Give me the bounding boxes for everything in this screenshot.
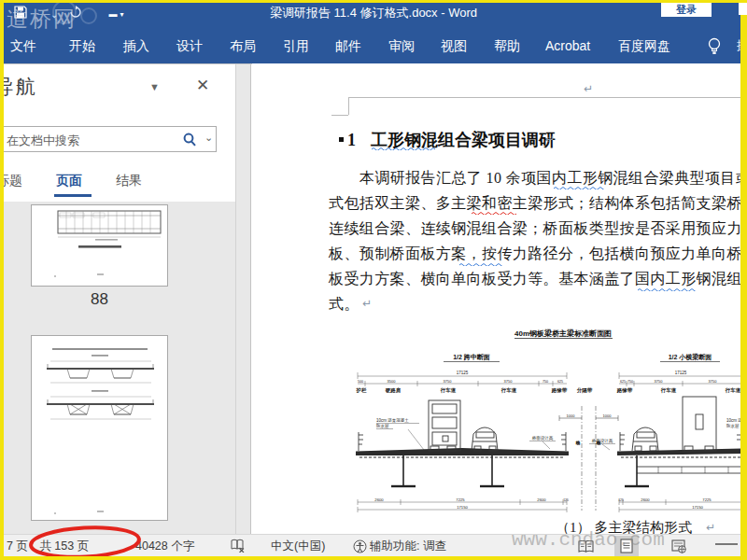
lane-label: 路缘带	[616, 387, 633, 394]
lane-label: 行车道	[660, 387, 677, 394]
center-gap-dim: 1000	[567, 413, 576, 418]
deck-slab-right	[617, 449, 742, 456]
tab-references[interactable]: 引用	[279, 28, 313, 63]
dim-label: 2600	[641, 497, 650, 502]
deck-height-label: 桥面设计高	[532, 435, 554, 441]
heading-number: 1	[347, 131, 356, 149]
web-layout-button[interactable]	[667, 536, 691, 556]
deck-slab-left	[356, 448, 569, 455]
dim-label: 3750	[444, 379, 453, 384]
paragraph-mark: ↵	[706, 521, 715, 534]
divider-label: 分隔带	[576, 387, 593, 394]
crop-border	[0, 556, 747, 560]
navigation-pane-title: 导航	[0, 74, 37, 100]
tab-acrobat[interactable]: Acrobat	[538, 28, 598, 63]
red-circle-annotation	[23, 523, 147, 560]
body-line-4: 板、预制桥面板方案，按传力路径分，包括横向预应力单向桥面板、纵	[329, 245, 747, 264]
text-boundary-corner	[348, 97, 349, 115]
navigation-pane: 导航 ▼ ✕ 在文档中搜索 ⌄ 标题 页面 结果	[0, 63, 252, 534]
heading-bullet	[339, 137, 344, 142]
car-outline	[632, 427, 658, 451]
paragraph-mark: ↵	[584, 82, 593, 95]
dim-label: 7225	[456, 497, 465, 502]
spell-squiggle-blue	[459, 262, 502, 266]
spell-squiggle-blue	[554, 186, 604, 189]
text-boundary-corner	[331, 115, 348, 116]
crop-border	[0, 0, 747, 3]
thumbnail-next-drawing	[32, 336, 167, 520]
figure-title: 40m钢板梁桥主梁标准断面图	[514, 329, 612, 338]
dim-label: 3500	[388, 379, 397, 384]
spell-squiggle-blue	[638, 287, 696, 291]
surfacing-note: 防水层	[726, 423, 740, 428]
page-thumbnail-next[interactable]	[31, 335, 168, 521]
search-icon[interactable]	[182, 132, 198, 151]
nav-close-icon[interactable]: ✕	[196, 76, 209, 95]
proofing-errors-icon[interactable]	[231, 539, 246, 555]
dim-label: 125	[618, 498, 624, 502]
dim-label: 750	[627, 380, 633, 384]
language-status[interactable]: 中文(中国)	[271, 539, 325, 554]
crop-border	[0, 0, 4, 560]
tab-review[interactable]: 审阅	[385, 28, 418, 63]
dim-label: 7225	[702, 497, 712, 502]
center-gap-dim: 1000	[603, 413, 613, 418]
figure-right-section-label: 1/2 小横梁断面	[669, 353, 712, 361]
dim-total-label: 17150	[692, 505, 703, 510]
zoom-slider-fragment[interactable]	[715, 543, 738, 545]
title-bar: ⌄ ▬ ▾ 梁调研报告 11.4 修订格式.docx - Word 登录	[0, 0, 747, 28]
nav-tab-results[interactable]: 结果	[116, 173, 142, 189]
dim-label: 2600	[537, 497, 546, 502]
thumbnail-page-number: 88	[31, 290, 168, 309]
nav-scrollbar[interactable]	[235, 64, 250, 534]
sign-in-button[interactable]: 登录	[661, 2, 712, 17]
search-dropdown-icon[interactable]: ⌄	[204, 132, 213, 144]
dim-label: 625	[557, 380, 563, 384]
centerline-label: 路线中心线	[575, 441, 581, 445]
page-thumbnail-88[interactable]	[31, 204, 168, 287]
dim-top-total-right: 17125	[675, 371, 687, 375]
body-line-3: 连续组合梁、连续钢混组合梁；桥面板类型按是否采用预应力分，包括	[329, 219, 747, 239]
surfacing-note: 10cm 沥青混凝土	[376, 417, 409, 423]
tab-baidu-netdisk[interactable]: 百度网盘	[611, 28, 678, 63]
nav-options-chevron-icon[interactable]: ▼	[149, 81, 160, 92]
spell-squiggle-red	[472, 211, 516, 215]
tab-view[interactable]: 视图	[437, 28, 471, 63]
document-search-input[interactable]: 在文档中搜索 ⌄	[0, 126, 217, 152]
page-top-edge	[348, 97, 747, 98]
thumbnail-88-drawing	[32, 205, 167, 286]
window-control-fragment[interactable]	[739, 3, 747, 15]
tell-me-lightbulb-icon[interactable]	[706, 36, 723, 61]
tab-help[interactable]: 帮助	[490, 28, 524, 63]
active-tab-underline	[54, 194, 92, 197]
lane-label: 行车道	[725, 387, 741, 394]
steel-girders	[391, 455, 742, 486]
spell-squiggle-blue	[372, 147, 435, 150]
crop-border	[740, 15, 747, 560]
paragraph-mark: ↵	[362, 297, 372, 310]
word-window: ⌄ ▬ ▾ 梁调研报告 11.4 修订格式.docx - Word 登录 文件 …	[0, 0, 747, 560]
surfacing-note: 防水层	[376, 423, 389, 428]
document-canvas[interactable]: ↵ 1工形钢混组合梁项目调研 ↵ 本调研报告汇总了 10 余项国内工形钢混组合梁…	[252, 63, 747, 534]
body-line-5: 板受力方案、横向单向板受力等。基本涵盖了国内工形钢混组合梁应用	[329, 270, 747, 289]
dim-top-total-left: 17125	[457, 371, 469, 375]
tab-mailings[interactable]: 邮件	[331, 28, 365, 63]
nav-tab-pages[interactable]: 页面	[56, 173, 82, 189]
truck-outline	[429, 400, 460, 451]
ribbon-tab-row: 文件 开始 插入 设计 布局 引用 邮件 审阅 视图 帮助 Acrobat 百度…	[0, 28, 747, 63]
bridge-cross-section-figure: 40m钢板梁桥主梁标准断面图 1/2 跨中断面 1/2 小横梁断面 17125 …	[350, 327, 742, 523]
dim-label: 625	[620, 380, 626, 384]
watermark-site-logo: 道桥网	[7, 5, 77, 34]
car-outline	[472, 427, 498, 451]
lane-label: 行车道	[440, 387, 457, 394]
dim-label: 750	[543, 380, 548, 384]
accessibility-status[interactable]: 辅助功能: 调查	[370, 539, 446, 554]
dim-total-label: 17150	[457, 505, 468, 510]
window-title: 梁调研报告 11.4 修订格式.docx - Word	[0, 5, 747, 21]
tab-insert[interactable]: 插入	[120, 28, 153, 63]
body-line-2: 式包括双主梁、多主梁和密主梁形式；结构体系包括简支梁桥面连续、	[329, 194, 747, 214]
search-placeholder: 在文档中搜索	[7, 133, 79, 149]
tab-layout[interactable]: 布局	[226, 28, 260, 63]
tab-design[interactable]: 设计	[173, 28, 206, 63]
truck-outline	[683, 397, 716, 451]
